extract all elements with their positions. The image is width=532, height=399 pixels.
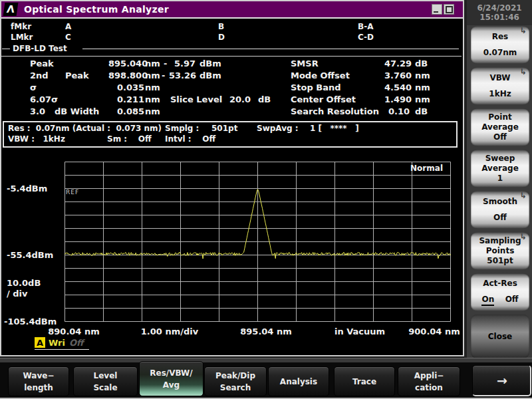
spectrum-plot-svg [65,162,451,322]
anritsu-logo-icon: Λ [3,3,19,16]
tab-label: Avg [163,379,180,391]
maximize-icon [446,6,453,13]
softkey-close[interactable]: Close [471,315,529,358]
trace-a-badge: A [35,337,45,348]
softkey-title: Act-Res [483,279,517,288]
softkey-act-res[interactable]: Act-ResOnOff [471,273,529,311]
title-bar: Λ Optical Spectrum Analyzer [1,1,463,19]
tab-label: Level [94,370,118,382]
trace-status: A Wri Off [35,337,89,350]
tab-more[interactable]: → [472,365,531,396]
submenu-arrow-icon: ↳ [520,26,527,35]
tab-label: Analysis [280,376,317,388]
option-off[interactable]: Off [505,295,519,306]
tab-wavelength[interactable]: Wave−length [8,366,69,396]
tab-label: Search [220,382,251,394]
tab-res-vbw-avg[interactable]: Res/VBW/Avg [139,361,203,396]
softkey-line: 0.07nm [483,49,517,57]
submenu-arrow-icon: ↳ [520,191,527,200]
tab-label: Appli− [414,370,444,382]
softkey-line: Average [481,123,519,132]
softkey-line: Point [488,113,511,122]
tab-label: Scale [93,382,117,394]
time-label: 15:01:46 [467,13,532,22]
trace-state-label: Off [69,338,84,348]
tab-analysis[interactable]: Analysis [268,366,329,396]
softkey-smooth[interactable]: ↳SmoothOff [471,191,529,229]
softkey-panel: ↳Res0.07nm↳VBW1kHzPointAverageOffSweepAv… [467,25,532,358]
softkey-line: Sweep [485,154,515,163]
bottom-menu-bar: Wave−lengthLevelScaleRes/VBW/AvgPeak/Dip… [0,358,532,399]
softkey-line: 1kHz [489,90,511,98]
softkey-line: Off [493,213,507,222]
softkey-line: Off [493,133,507,142]
softkey-line: Sampling [479,237,521,245]
softkey-point-average[interactable]: PointAverageOff [471,108,529,146]
softkey-line: Points [486,247,515,255]
osa-screen: Λ Optical Spectrum Analyzer fMkrABB-ALMk… [0,0,532,399]
softkey-line: VBW [489,74,510,82]
softkey-sampling-points[interactable]: ↳SamplingPoints501pt [471,232,529,270]
tab-trace[interactable]: Trace [334,366,395,396]
tab-label: Wave− [23,370,55,382]
softkey-line: Close [488,332,512,341]
date-label: 6/24/2021 [467,3,532,13]
tab-peak-dip-search[interactable]: Peak/DipSearch [204,366,267,396]
tab-label: Trace [352,376,376,388]
trace-write-mode-label: Wri [49,338,65,348]
softkey-res[interactable]: ↳Res0.07nm [471,26,529,64]
tab-label: Res/VBW/ [150,367,192,379]
window-minimize-button[interactable] [432,4,442,15]
softkey-vbw[interactable]: ↳VBW1kHz [471,67,529,105]
bottom-bar-strip [0,358,532,362]
softkey-line: 1 [497,174,503,183]
submenu-arrow-icon: ↳ [520,232,527,241]
window-maximize-button[interactable] [444,4,454,15]
softkey-sweep-average[interactable]: SweepAverage1 [471,150,529,188]
sweep-settings-box [3,121,458,148]
tab-level-scale[interactable]: LevelScale [73,366,138,396]
softkey-line: Res [492,33,509,41]
submenu-arrow-icon: ↳ [520,67,527,76]
softkey-sidebar: 6/24/2021 15:01:46 ↳Res0.07nm↳VBW1kHzPoi… [464,0,532,358]
option-on[interactable]: On [481,295,494,306]
datetime-display: 6/24/2021 15:01:46 [467,0,532,25]
tab-application[interactable]: Appli−cation [398,366,460,396]
softkey-line: Smooth [483,198,517,206]
minimize-icon [434,11,438,13]
softkey-line: Average [481,164,519,173]
tab-label: Peak/Dip [215,370,255,382]
tab-label: length [24,382,53,394]
softkey-line: 501pt [487,257,513,265]
window-title: Optical Spectrum Analyzer [24,4,169,15]
more-tabs-arrow-icon: → [497,373,506,388]
tab-label: cation [415,382,443,394]
